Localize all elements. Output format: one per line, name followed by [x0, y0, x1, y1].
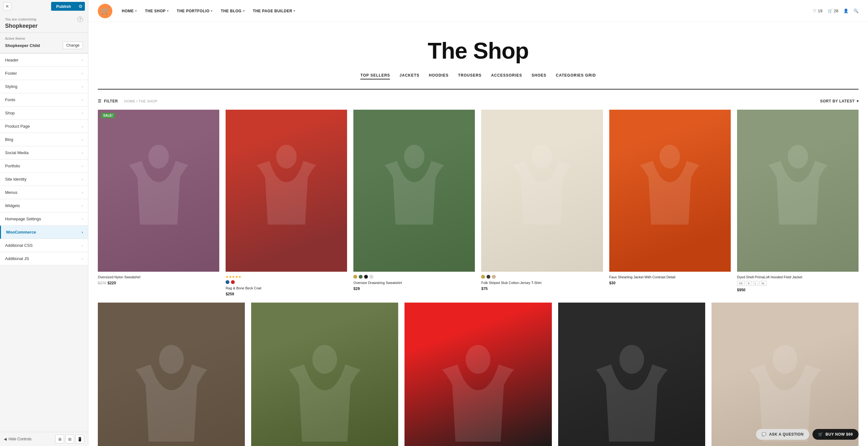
sidebar-item-additional-css[interactable]: Additional CSS›: [0, 239, 88, 252]
product-card[interactable]: Dyed Shell PrimaLoft Hooded Field Jacket…: [737, 110, 859, 296]
sidebar-item-styling[interactable]: Styling›: [0, 80, 88, 93]
product-price: $75: [481, 286, 602, 291]
sidebar-item-label: WooCommerce: [6, 230, 36, 235]
account-button[interactable]: 👤: [843, 8, 848, 13]
cart-button[interactable]: 🛒 28: [828, 8, 838, 13]
filter-label: FILTER: [104, 99, 118, 103]
sidebar-item-social-media[interactable]: Social Media›: [0, 146, 88, 160]
shop-category-hoodies[interactable]: HOODIES: [429, 73, 448, 79]
product-silhouette: [98, 110, 219, 272]
product-image: [558, 303, 705, 446]
search-button[interactable]: 🔍: [854, 8, 859, 13]
product-card[interactable]: Oversized Nylon Sweatshirt $270$220: [98, 110, 219, 296]
svg-point-10: [773, 345, 797, 374]
wishlist-button[interactable]: ♡ 19: [813, 8, 822, 13]
dropdown-arrow-icon: ▾: [167, 9, 169, 12]
buy-now-button[interactable]: 🛒 BUY NOW $69: [812, 429, 859, 440]
shop-category-jackets[interactable]: JACKETS: [399, 73, 419, 79]
hide-controls-button[interactable]: ◀ Hide Controls: [4, 437, 32, 441]
product-silhouette: [226, 110, 347, 272]
product-card[interactable]: Oversize Drawstring Sweatshirt $29: [353, 110, 475, 296]
svg-point-7: [312, 345, 337, 374]
publish-gear-button[interactable]: ⚙: [76, 2, 85, 11]
sidebar-item-fonts[interactable]: Fonts›: [0, 93, 88, 107]
sidebar-item-label: Site Identity: [5, 177, 27, 181]
sidebar-item-site-identity[interactable]: Site Identity›: [0, 173, 88, 186]
sidebar-item-woocommerce[interactable]: WooCommerce›: [0, 226, 88, 239]
sidebar-item-additional-js[interactable]: Additional JS›: [0, 252, 88, 265]
sidebar-item-label: Styling: [5, 84, 18, 89]
chevron-right-icon: ›: [82, 217, 83, 221]
product-silhouette: [98, 303, 245, 446]
customizing-name: Shopkeeper: [5, 23, 83, 29]
product-image: [737, 110, 859, 272]
product-card[interactable]: [404, 303, 552, 446]
filter-button[interactable]: ☰ FILTER HOME / THE SHOP: [98, 99, 157, 103]
sidebar-item-widgets[interactable]: Widgets›: [0, 199, 88, 212]
sidebar-item-header[interactable]: Header›: [0, 54, 88, 67]
sidebar-item-homepage-settings[interactable]: Homepage Settings›: [0, 212, 88, 226]
sidebar-item-menus[interactable]: Menus›: [0, 186, 88, 199]
chevron-right-icon: ›: [82, 151, 83, 155]
close-button[interactable]: ✕: [3, 2, 11, 10]
sort-button[interactable]: SORT BY LATEST ▾: [820, 99, 859, 103]
size-badge[interactable]: XS: [737, 281, 745, 286]
nav-link-home[interactable]: HOME▾: [119, 7, 140, 15]
product-card[interactable]: Faux Shearling Jacket With Contrast Deta…: [609, 110, 731, 296]
sidebar-item-product-page[interactable]: Product Page›: [0, 120, 88, 133]
filter-icon: ☰: [98, 99, 102, 103]
product-price: $950: [737, 288, 859, 292]
product-name: Faux Shearling Jacket With Contrast Deta…: [609, 275, 731, 279]
product-card[interactable]: Folk Striped Slub Cotton-Jersey T-Shirt …: [481, 110, 602, 296]
change-theme-button[interactable]: Change: [63, 42, 83, 49]
ask-question-button[interactable]: 💬 ASK A QUESTION: [756, 429, 809, 440]
sidebar-item-portfolio[interactable]: Portfolio›: [0, 160, 88, 173]
product-card[interactable]: [98, 303, 245, 446]
product-name: Oversize Drawstring Sweatshirt: [353, 280, 475, 285]
sidebar-item-footer[interactable]: Footer›: [0, 67, 88, 80]
sidebar-item-label: Homepage Settings: [5, 216, 41, 221]
product-card[interactable]: [712, 303, 859, 446]
product-image: [609, 110, 731, 272]
shop-category-trousers[interactable]: TROUSERS: [458, 73, 482, 79]
publish-button[interactable]: Publish: [51, 2, 76, 11]
sidebar-item-label: Additional JS: [5, 256, 29, 261]
size-badge[interactable]: XL: [760, 281, 767, 286]
shop-category-categories-grid[interactable]: CATEGORIES GRID: [556, 73, 596, 79]
nav-link-the-shop[interactable]: THE SHOP▾: [142, 7, 172, 15]
shop-category-shoes[interactable]: SHOES: [532, 73, 547, 79]
breadcrumb: HOME / THE SHOP: [124, 99, 158, 103]
dropdown-arrow-icon: ▾: [293, 9, 295, 12]
product-card[interactable]: [251, 303, 398, 446]
sidebar-item-shop[interactable]: Shop›: [0, 107, 88, 120]
size-badge[interactable]: L: [753, 281, 758, 286]
product-silhouette: [712, 303, 859, 446]
size-badge[interactable]: S: [746, 281, 751, 286]
mobile-view-button[interactable]: 📱: [75, 435, 84, 444]
svg-point-1: [276, 145, 297, 168]
nav-link-the-page-builder[interactable]: THE PAGE BUILDER▾: [250, 7, 299, 15]
tablet-view-button[interactable]: ⊞: [65, 435, 74, 444]
nav-link-the-blog[interactable]: THE BLOG▾: [218, 7, 248, 15]
site-logo[interactable]: 🛒: [98, 4, 112, 18]
sidebar-item-blog[interactable]: Blog›: [0, 133, 88, 146]
product-image: [353, 110, 475, 272]
nav-link-the-portfolio[interactable]: THE PORTFOLIO▾: [174, 7, 216, 15]
product-stars: ★★★★★: [226, 275, 347, 279]
buy-label: BUY NOW $69: [826, 432, 853, 437]
product-card[interactable]: [558, 303, 705, 446]
nav-right: ♡ 19 🛒 28 👤 🔍: [813, 8, 859, 13]
product-silhouette: [353, 110, 475, 272]
sidebar-item-label: Social Media: [5, 150, 28, 155]
shop-category-top-sellers[interactable]: TOP SELLERS: [360, 73, 390, 79]
product-silhouette: [404, 303, 552, 446]
chevron-right-icon: ›: [82, 204, 83, 208]
shop-category-accessories[interactable]: ACCESSORIES: [491, 73, 522, 79]
help-icon[interactable]: ?: [77, 16, 83, 22]
sidebar-footer: ◀ Hide Controls 🖥 ⊞ 📱: [0, 432, 88, 446]
active-theme-section: Active theme Shopkeeper Child Change: [0, 33, 88, 53]
product-card[interactable]: ★★★★★ Rag & Bone Beck Coat $259: [226, 110, 347, 296]
chevron-right-icon: ›: [82, 124, 83, 129]
sidebar-item-label: Fonts: [5, 97, 16, 102]
desktop-view-button[interactable]: 🖥: [55, 435, 64, 444]
